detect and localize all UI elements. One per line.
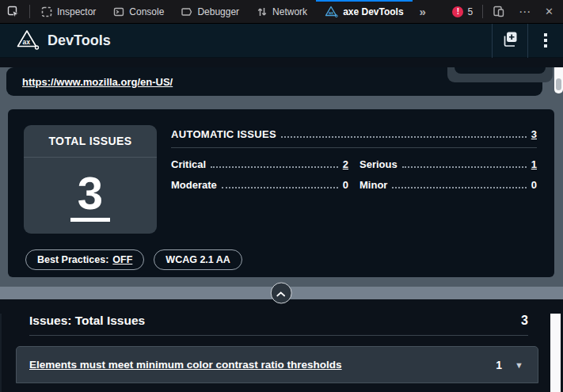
scan-controls-inner	[455, 67, 546, 74]
automatic-issues-value[interactable]: 3	[531, 128, 537, 140]
tab-network[interactable]: Network	[248, 0, 316, 23]
severity-value[interactable]: 1	[531, 158, 537, 170]
scanned-url-link[interactable]: https://www.mozilla.org/en-US/	[22, 76, 173, 88]
issues-pane: Issues: Total Issues 3 Elements must mee…	[0, 314, 563, 392]
divider	[29, 5, 30, 18]
severity-label: Serious	[359, 158, 398, 170]
severity-row: Moderate 0 Minor 0	[171, 179, 537, 191]
automatic-issues-row: AUTOMATIC ISSUES 3	[171, 128, 537, 140]
tab-overflow-button[interactable]: »	[413, 0, 433, 23]
divider	[482, 5, 483, 18]
issues-heading-row: Issues: Total Issues 3	[29, 314, 528, 328]
severity-label: Moderate	[171, 179, 217, 191]
devtools-tabbar: Inspector Console Debugger Network	[0, 0, 563, 24]
scan-controls-partial[interactable]	[447, 67, 553, 82]
total-issues-label: TOTAL ISSUES	[24, 125, 157, 158]
collapse-summary-button[interactable]	[270, 283, 291, 304]
close-icon: ✕	[545, 6, 553, 17]
total-issues-value-wrap: 3	[24, 158, 157, 234]
total-issues-tile: TOTAL ISSUES 3	[24, 125, 157, 234]
copy-plus-icon	[501, 30, 519, 51]
tab-label: Debugger	[197, 6, 239, 17]
chip-label: WCAG 2.1 AA	[165, 254, 230, 265]
divider	[171, 147, 537, 148]
severity-value: 0	[531, 179, 537, 191]
network-icon	[257, 6, 268, 17]
best-practices-chip[interactable]: Best Practices: OFF	[25, 249, 144, 270]
wcag-chip[interactable]: WCAG 2.1 AA	[154, 249, 242, 270]
options-menu-button[interactable]	[528, 24, 563, 58]
axe-tab-icon: ax	[325, 6, 338, 17]
chip-state: OFF	[112, 254, 132, 265]
severity-value[interactable]: 2	[343, 158, 348, 170]
severity-label: Minor	[359, 179, 387, 191]
axe-logo-icon: ax	[16, 29, 40, 53]
dot-leader	[402, 166, 527, 168]
kebab-menu-icon	[544, 33, 547, 48]
chevron-double-right-icon: »	[420, 6, 426, 17]
divider	[29, 335, 528, 336]
tab-label: Inspector	[57, 6, 96, 17]
summary-pane: https://www.mozilla.org/en-US/ TOTAL ISS…	[0, 67, 563, 287]
tab-label: axe DevTools	[343, 6, 403, 17]
summary-card: TOTAL ISSUES 3 AUTOMATIC ISSUES 3 Critic…	[8, 109, 554, 277]
inspector-icon	[41, 6, 52, 17]
severity-grid: Critical 2 Serious 1 Moderate 0	[171, 158, 537, 191]
new-scan-button[interactable]	[493, 24, 527, 58]
dot-leader	[222, 187, 338, 188]
error-count: 5	[467, 6, 473, 17]
pane-splitter[interactable]	[0, 287, 563, 299]
tab-inspector[interactable]: Inspector	[32, 0, 105, 23]
axe-header: ax DevTools	[0, 24, 563, 58]
severity-moderate: Moderate 0	[171, 179, 348, 191]
issues-scrollbar[interactable]	[550, 314, 561, 392]
issues-heading: Issues: Total Issues	[29, 314, 521, 328]
close-devtools-button[interactable]: ✕	[538, 0, 563, 23]
severity-row: Critical 2 Serious 1	[171, 158, 537, 170]
severity-serious: Serious 1	[359, 158, 537, 170]
total-issues-value[interactable]: 3	[70, 170, 110, 222]
responsive-design-icon	[493, 6, 504, 17]
debugger-icon	[181, 6, 192, 17]
dot-leader	[392, 187, 526, 188]
automatic-issues-label: AUTOMATIC ISSUES	[171, 128, 276, 140]
upper-scrollbar-thumb[interactable]	[556, 78, 561, 90]
severity-label: Critical	[171, 158, 206, 170]
tab-console[interactable]: Console	[105, 0, 173, 23]
tab-label: Network	[272, 6, 307, 17]
console-icon	[113, 6, 124, 17]
responsive-design-button[interactable]	[485, 0, 512, 23]
upper-scrollbar[interactable]	[554, 67, 563, 93]
error-badge-icon: !	[452, 6, 463, 17]
severity-value: 0	[343, 179, 348, 191]
issue-rule-link[interactable]: Elements must meet minimum color contras…	[29, 359, 496, 371]
standard-chips: Best Practices: OFF WCAG 2.1 AA	[25, 249, 242, 270]
error-count-button[interactable]: ! 5	[445, 0, 480, 23]
severity-critical: Critical 2	[171, 158, 348, 170]
caret-down-icon: ▼	[515, 360, 523, 370]
issues-total-count: 3	[521, 314, 528, 328]
devtools-menu-button[interactable]: ⋯	[512, 0, 538, 23]
svg-text:ax: ax	[23, 38, 31, 46]
chevron-up-icon	[276, 286, 286, 300]
tab-axe-devtools[interactable]: ax axe DevTools	[316, 0, 412, 23]
chip-prefix: Best Practices:	[37, 254, 108, 265]
severity-minor: Minor 0	[359, 179, 537, 191]
dot-leader	[211, 166, 338, 168]
node-picker-icon	[7, 6, 20, 18]
dot-leader	[281, 136, 527, 138]
meatball-menu-icon: ⋯	[519, 6, 531, 17]
issue-accordion-row[interactable]: Elements must meet minimum color contras…	[16, 346, 538, 383]
issue-instance-count: 1	[496, 359, 502, 371]
tab-label: Console	[129, 6, 164, 17]
panel-title: DevTools	[48, 32, 111, 49]
svg-text:ax: ax	[329, 10, 334, 15]
tab-debugger[interactable]: Debugger	[173, 0, 248, 23]
pick-element-button[interactable]	[0, 0, 27, 23]
